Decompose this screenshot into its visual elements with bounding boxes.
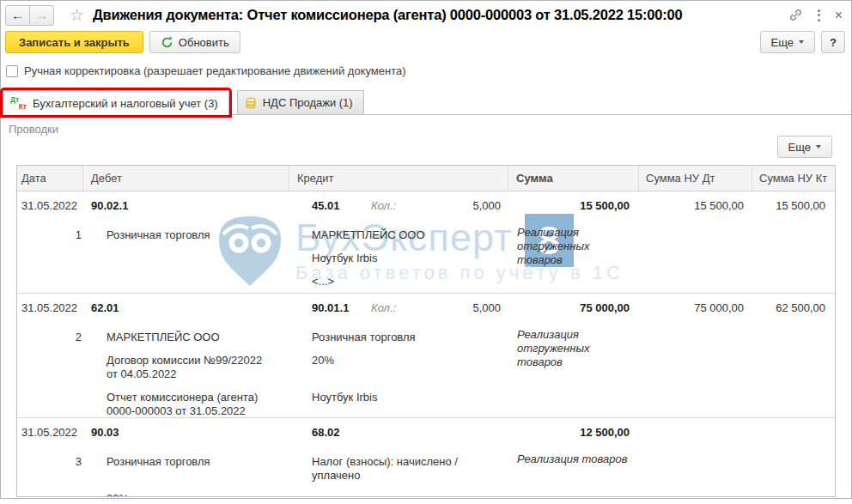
posting-details: 1Розничная торговляМАРКЕТПЛЕЙС ОООНоутбу… xyxy=(17,228,835,288)
credit-subconto xyxy=(289,492,508,496)
row-number xyxy=(17,391,83,418)
debit-subconto: Договор комиссии №99/22022 от 04.05.2022 xyxy=(83,354,289,381)
section-label: Проводки xyxy=(9,123,58,136)
credit-subconto: <...> xyxy=(289,275,508,288)
table-row[interactable]: 31.05.202290.02.145.01Кол.:5,00015 500,0… xyxy=(17,191,835,294)
amount-value: 15 500,00 xyxy=(504,199,635,213)
forward-button[interactable]: → xyxy=(29,5,54,26)
row-number xyxy=(17,275,83,288)
more-button-table[interactable]: Еще xyxy=(777,136,832,158)
posting-comment: Реализация отгруженных товаров xyxy=(517,328,636,369)
manual-adjustment-row: Ручная корректировка (разрешает редактир… xyxy=(1,64,851,78)
more-label: Еще xyxy=(771,36,794,49)
column-header-date[interactable]: Дата xyxy=(17,166,83,191)
document-movements-window: ← → ☆ Движения документа: Отчет комиссио… xyxy=(0,0,852,499)
amount-nu-kt-value: 15 500,00 xyxy=(748,199,835,213)
more-button-top[interactable]: Еще xyxy=(760,31,815,53)
row-number xyxy=(17,354,83,381)
refresh-button[interactable]: Обновить xyxy=(149,31,240,53)
debit-subconto: Розничная торговля xyxy=(83,228,289,242)
quantity-value xyxy=(418,426,504,440)
posting-date: 31.05.2022 xyxy=(17,301,83,315)
tab-bar: ДтКт Бухгалтерский и налоговый учет (3) … xyxy=(1,88,851,115)
toolbar: Записать и закрыть Обновить Еще ? xyxy=(1,30,851,54)
credit-subconto: МАРКЕТПЛЕЙС ООО xyxy=(289,228,508,242)
posting-detail-line: <...> xyxy=(17,275,835,288)
column-header-credit[interactable]: Кредит xyxy=(289,166,508,191)
column-header-debit[interactable]: Дебет xyxy=(83,166,289,191)
credit-subconto: Ноутбук Irbis xyxy=(289,391,508,418)
posting-main-line: 31.05.202290.02.145.01Кол.:5,00015 500,0… xyxy=(17,191,835,213)
debit-subconto: Отчет комиссионера (агента) 0000-000003 … xyxy=(83,391,289,418)
debit-account: 62.01 xyxy=(83,301,289,315)
row-number: 2 xyxy=(17,331,83,344)
row-number: 1 xyxy=(17,228,83,242)
posting-date: 31.05.2022 xyxy=(17,199,83,213)
refresh-icon xyxy=(161,36,173,49)
coins-icon xyxy=(245,97,257,109)
amount-nu-kt-value xyxy=(748,426,835,440)
arrow-left-icon: ← xyxy=(11,8,24,22)
row-number xyxy=(17,492,83,496)
favorite-star-icon[interactable]: ☆ xyxy=(70,7,84,23)
quantity-label xyxy=(371,426,418,440)
table-header: Дата Дебет Кредит Сумма Сумма НУ Дт Сумм… xyxy=(17,166,835,191)
tab-vat-sales[interactable]: НДС Продажи (1) xyxy=(237,90,364,114)
table-row[interactable]: 31.05.202290.0368.0212 500,003Розничная … xyxy=(17,418,835,496)
credit-account: 90.01.1 xyxy=(289,301,371,315)
posting-detail-line: 20% xyxy=(17,492,835,496)
posting-detail-line: Отчет комиссионера (агента) 0000-000003 … xyxy=(17,391,835,418)
amount-nu-dt-value: 15 500,00 xyxy=(635,199,748,213)
tab-vat-sales-label: НДС Продажи (1) xyxy=(263,96,353,109)
credit-subconto: Налог (взносы): начислено / уплачено xyxy=(289,455,508,483)
title-bar: ← → ☆ Движения документа: Отчет комиссио… xyxy=(1,1,851,27)
close-icon[interactable]: × xyxy=(835,9,843,22)
refresh-label: Обновить xyxy=(179,36,229,49)
column-header-amount-nu-kt[interactable]: Сумма НУ Кт xyxy=(752,166,835,191)
column-header-amount[interactable]: Сумма xyxy=(508,166,639,191)
credit-subconto: Розничная торговля xyxy=(289,331,508,344)
quantity-value: 5,000 xyxy=(418,301,504,315)
posting-main-line: 31.05.202262.0190.01.1Кол.:5,00075 000,0… xyxy=(17,294,835,315)
tab-accounting[interactable]: ДтКт Бухгалтерский и налоговый учет (3) xyxy=(3,90,229,115)
menu-dots-icon[interactable] xyxy=(818,9,820,21)
table-row[interactable]: 31.05.202262.0190.01.1Кол.:5,00075 000,0… xyxy=(17,294,835,418)
column-header-amount-nu-dt[interactable]: Сумма НУ Дт xyxy=(639,166,752,191)
debit-account: 90.03 xyxy=(83,426,289,440)
amount-nu-dt-value xyxy=(635,426,748,440)
link-icon[interactable] xyxy=(788,8,803,22)
help-button[interactable]: ? xyxy=(821,31,845,53)
credit-subconto: 20% xyxy=(289,354,508,381)
quantity-label: Кол.: xyxy=(371,199,418,213)
posting-details: 2МАРКЕТПЛЕЙС ОООРозничная торговляДогово… xyxy=(17,331,835,418)
row-number: 3 xyxy=(17,455,83,483)
posting-detail-line: Договор комиссии №99/22022 от 04.05.2022… xyxy=(17,354,835,381)
amount-value: 12 500,00 xyxy=(504,426,635,440)
chevron-down-icon xyxy=(816,145,821,149)
amount-nu-dt-value: 75 000,00 xyxy=(635,301,748,315)
manual-adjustment-label: Ручная корректировка (разрешает редактир… xyxy=(24,64,406,77)
manual-adjustment-checkbox[interactable] xyxy=(6,65,18,77)
quantity-value: 5,000 xyxy=(418,199,504,213)
amount-value: 75 000,00 xyxy=(504,301,635,315)
debit-subconto: МАРКЕТПЛЕЙС ООО xyxy=(83,331,289,344)
table-body: 31.05.202290.02.145.01Кол.:5,00015 500,0… xyxy=(17,191,835,496)
amount-nu-kt-value: 62 500,00 xyxy=(748,301,835,315)
back-button[interactable]: ← xyxy=(5,5,30,26)
posting-date: 31.05.2022 xyxy=(17,426,83,440)
chevron-down-icon xyxy=(799,40,804,44)
arrow-right-icon: → xyxy=(35,8,48,22)
quantity-label: Кол.: xyxy=(371,301,418,315)
posting-detail-line: 3Розничная торговляНалог (взносы): начис… xyxy=(17,455,835,483)
postings-table: БухЭксперт 8 База ответов по учёту в 1С … xyxy=(16,165,836,497)
credit-subconto: Ноутбук Irbis xyxy=(289,252,508,265)
posting-comment: Реализация товаров xyxy=(517,452,636,466)
debit-subconto: 20% xyxy=(83,492,289,496)
page-title: Движения документа: Отчет комиссионера (… xyxy=(93,7,782,23)
posting-details: 3Розничная торговляНалог (взносы): начис… xyxy=(17,455,835,496)
credit-account: 45.01 xyxy=(289,199,371,213)
posting-detail-line: Ноутбук Irbis xyxy=(17,252,835,265)
save-and-close-button[interactable]: Записать и закрыть xyxy=(5,31,143,53)
posting-comment: Реализация отгруженных товаров xyxy=(517,226,636,267)
credit-account: 68.02 xyxy=(289,426,371,440)
